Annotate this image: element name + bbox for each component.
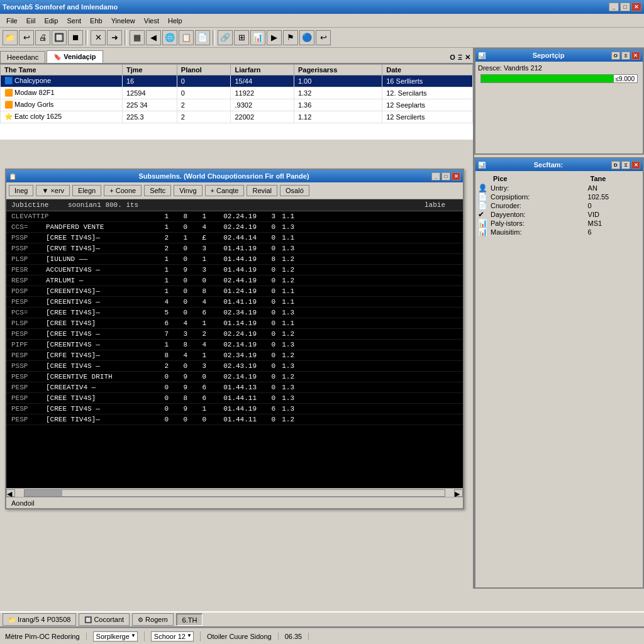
sub-list-row[interactable]: PSSP [CRVE TIV4S]— 2 0 3 01.41.19 0 1.3 — [6, 243, 463, 254]
taskbar-btn-2[interactable]: 🔲 Cocortant — [79, 613, 130, 626]
report-ctrl-list[interactable]: Ξ — [621, 52, 630, 60]
cell-liarfarn: 22002 — [231, 111, 294, 123]
prop-col-pice: Pice — [491, 174, 588, 184]
menu-file[interactable]: File — [3, 16, 21, 26]
tab-ctrl-o[interactable]: O — [450, 53, 455, 62]
toolbar-arrow-btn[interactable]: ➜ — [107, 30, 122, 45]
menu-viest[interactable]: Viest — [140, 16, 163, 26]
tab-ctrl-close[interactable]: ✕ — [465, 53, 470, 62]
btn-vinvg[interactable]: Vinvg — [174, 185, 202, 196]
btn-ineg[interactable]: Ineg — [9, 185, 33, 196]
sub-list-row[interactable]: PESP [CREEATIV4 — 0 9 6 01.44.13 0 1.3 — [6, 382, 463, 393]
sub-list-row[interactable]: PESP [CREENTIV4S — 4 0 4 01.41.19 0 1.1 — [6, 297, 463, 308]
menu-edip[interactable]: Edip — [40, 16, 62, 26]
toolbar-btn-20[interactable]: ↩ — [316, 30, 331, 45]
tab-ctrl-list[interactable]: Ξ — [458, 53, 462, 62]
h-scroll-thumb[interactable] — [25, 490, 62, 496]
btn-elegn[interactable]: Elegn — [72, 185, 101, 196]
status-dropdown-1-text: Sorplkerge — [96, 633, 130, 640]
sub-list-row[interactable]: PESP [CREE TIV4S — 0 9 1 01.44.19 6 1.3 — [6, 404, 463, 414]
toolbar-link-btn[interactable]: 🔗 — [218, 30, 233, 45]
sub-list-row[interactable]: CCS= PANDFERD VENTE 1 0 4 02.24.19 0 1.3 — [6, 222, 463, 233]
taskbar-btn-3[interactable]: ⚙ Rogem — [132, 613, 173, 626]
sub-list-row[interactable]: PLSP [CREE TIV4S] 6 4 1 01.14.19 0 1.1 — [6, 318, 463, 329]
subsummary-ctrl-close[interactable]: ✕ — [452, 172, 460, 180]
toolbar-btn-17[interactable]: ▶ — [267, 30, 282, 45]
table-row[interactable]: 🟧Madoy Gorls 225 34 2 .9302 1.36 12 Seep… — [1, 99, 473, 111]
menu-help[interactable]: Help — [164, 16, 186, 26]
sub-list-row[interactable]: PESP [CREE TIV4S]— 0 0 0 01.44.11 0 1.2 — [6, 414, 463, 425]
toolbar-delete-btn[interactable]: ✕ — [91, 30, 106, 45]
subsummary-ctrl-min[interactable]: _ — [431, 172, 440, 180]
btn-coone[interactable]: + Coone — [104, 185, 142, 196]
tab-venidacip-label: Venidaçip — [64, 53, 96, 60]
toolbar-grid-btn[interactable]: ▦ — [130, 30, 145, 45]
sub-list-row[interactable]: PSSP [CREE TIV4S]— 2 1 £ 02.44.14 0 1.1 — [6, 233, 463, 243]
secfram-ctrl-list[interactable]: Ξ — [621, 161, 630, 169]
sub-list-row[interactable]: PIPF [CREENTIV4S — 1 8 4 02.14.19 0 1.3 — [6, 340, 463, 350]
subsummary-list-header: Jubictine soonian1 800. its labie — [6, 199, 463, 211]
toolbar-globe-btn[interactable]: 🌐 — [162, 30, 177, 45]
btn-seftc[interactable]: Seftc — [144, 185, 171, 196]
subsummary-title-bar: 📋 Subsumelns. (World Choupotionsrion Fir… — [6, 170, 463, 182]
status-dropdown-2[interactable]: Schoor 12 — [151, 631, 194, 641]
status-dropdown-1[interactable]: Sorplkerge — [93, 631, 138, 641]
sub-list-row[interactable]: PCS= [CREE TIV4S]— 5 0 6 02.34.19 0 1.3 — [6, 308, 463, 318]
subsummary-ctrl-max[interactable]: □ — [441, 172, 450, 180]
prop-row-palyistors: 📊 Paly·istors: MS1 — [478, 219, 640, 228]
prop-row-corpsiptiorn: 📄 Corpsiptiorn: 102.55 — [478, 192, 640, 201]
toolbar-btn-12[interactable]: 📋 — [179, 30, 194, 45]
btn-osalo[interactable]: Osaló — [280, 185, 309, 196]
title-controls: _ □ ✕ — [609, 3, 641, 11]
toolbar-btn-13[interactable]: 📄 — [195, 30, 210, 45]
minimize-btn[interactable]: _ — [609, 3, 619, 11]
toolbar-btn-2[interactable]: ↩ — [19, 30, 34, 45]
menu-eiil[interactable]: Eiil — [23, 16, 40, 26]
toolbar-btn-16[interactable]: 📊 — [250, 30, 265, 45]
secfram-ctrl-close[interactable]: ✕ — [631, 161, 640, 169]
sub-list-row[interactable]: PESP [CREE TIV4S — 7 3 2 02.24.19 0 1.2 — [6, 329, 463, 340]
cell-planol: 0 — [177, 87, 231, 99]
properties-list: Pice Tane 👤 Untry: AN 📄 Corpsiptiorn: 10… — [475, 171, 643, 239]
progress-bar — [481, 75, 614, 82]
table-row[interactable]: 🟦Chalcypone 16 0 15/44 1.00 16 Serlliert… — [1, 75, 473, 87]
menu-ehb[interactable]: Ehb — [86, 16, 106, 26]
report-ctrl-o[interactable]: O — [611, 52, 620, 60]
toolbar-back-btn[interactable]: ◀ — [146, 30, 161, 45]
sub-list-row[interactable]: PLSP [IULUND —— 1 0 1 01.44.19 8 1.2 — [6, 254, 463, 265]
progress-container: ≤9.000 — [480, 74, 638, 83]
tab-venidacip[interactable]: 🔖 Venidaçip — [47, 50, 103, 63]
toolbar-btn-5[interactable]: ⏹ — [68, 30, 83, 45]
sub-list-row[interactable]: PSSP [CREE TIV4S — 2 0 3 02.43.19 0 1.3 — [6, 361, 463, 372]
taskbar-btn-1[interactable]: 📁 Irang/5 4 P03508 — [3, 613, 76, 626]
report-ctrl-close[interactable]: ✕ — [631, 52, 640, 60]
btn-xery[interactable]: ▼ ×erv — [36, 185, 70, 196]
menu-sent[interactable]: Sent — [63, 16, 85, 26]
h-scroll-right-btn[interactable]: ▶ — [454, 489, 463, 497]
btn-revial[interactable]: Revial — [247, 185, 277, 196]
toolbar-flag-btn[interactable]: ⚑ — [283, 30, 298, 45]
toolbar-btn-15[interactable]: ⊞ — [234, 30, 249, 45]
taskbar-btn-4[interactable]: 6.TH — [176, 613, 203, 626]
sub-list-row[interactable]: PESP [CRFE TIV4S]— 8 4 1 02.34.19 0 1.2 — [6, 350, 463, 361]
table-row[interactable]: ⭐Eatc cloty 1625 225.3 2 22002 1.12 12 S… — [1, 111, 473, 123]
table-row[interactable]: 🟧Modaw 82F1 12594 0 11922 1.32 12. Serci… — [1, 87, 473, 99]
sub-list-row[interactable]: RESP ATRLUMI — 1 0 0 02.44.19 0 1.2 — [6, 275, 463, 286]
sub-list-row[interactable]: PESR ACCUENTIV4S — 1 9 3 01.44.19 0 1.2 — [6, 265, 463, 275]
sub-list-row[interactable]: CLEVATTIP 1 8 1 02.24.19 3 1.1 — [6, 211, 463, 222]
toolbar-folder-btn[interactable]: 📁 — [3, 30, 18, 45]
toolbar-print-btn[interactable]: 🖨 — [35, 30, 50, 45]
menu-yinelew[interactable]: Yinelew — [108, 16, 139, 26]
sub-list-row[interactable]: PESP [CREE TIV4S] 0 8 6 01.44.11 0 1.3 — [6, 393, 463, 404]
secfram-ctrl-d[interactable]: D — [611, 161, 620, 169]
close-btn[interactable]: ✕ — [631, 3, 641, 11]
toolbar-btn-4[interactable]: 🔲 — [52, 30, 67, 45]
maximize-btn[interactable]: □ — [620, 3, 630, 11]
toolbar-btn-19[interactable]: 🔵 — [299, 30, 314, 45]
h-scroll-left-btn[interactable]: ◀ — [6, 489, 15, 497]
h-scrollbar[interactable]: ◀ ▶ — [6, 488, 463, 497]
tab-heeedanc[interactable]: Heeedanc — [0, 51, 45, 63]
sub-list-row[interactable]: PDSP [CREENTIV4S]— 1 0 8 01.24.19 0 1.1 — [6, 286, 463, 297]
sub-list-row[interactable]: PESP [CREENTIVE DRITH 0 9 0 02.14.19 0 1… — [6, 372, 463, 382]
btn-canqte[interactable]: + Canqte — [205, 185, 245, 196]
